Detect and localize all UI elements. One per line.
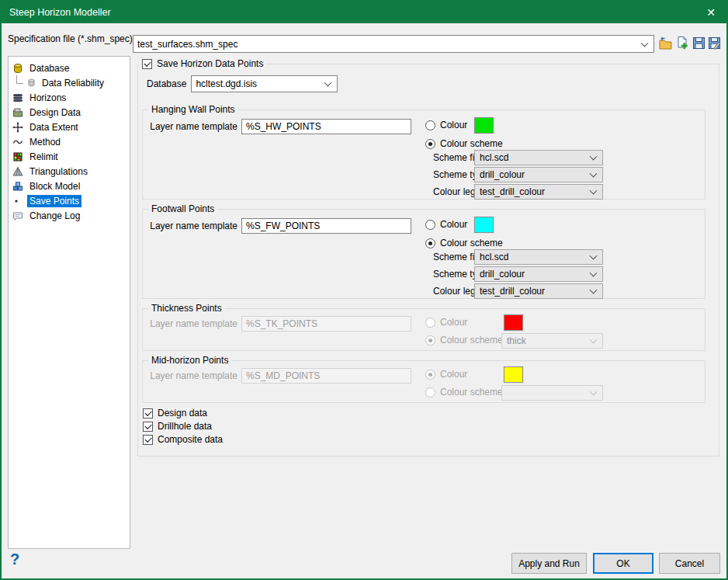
colour-scheme-radio[interactable]: Colour scheme <box>425 138 503 149</box>
radio-icon[interactable] <box>425 220 435 230</box>
change-log-icon <box>12 210 23 221</box>
chevron-down-icon <box>590 153 598 161</box>
radio-icon <box>425 318 435 328</box>
chevron-down-icon <box>590 187 598 195</box>
colour-swatch[interactable] <box>474 217 494 233</box>
design-data-icon <box>12 107 23 118</box>
spec-file-value: test_surfaces.shm_spec <box>137 39 237 50</box>
sidebar-item-horizons[interactable]: Horizons <box>9 90 130 105</box>
colour-radio[interactable]: Colour <box>425 120 467 130</box>
layer-name-template-input[interactable]: %S_FW_POINTS <box>241 218 411 234</box>
radio-icon <box>425 370 435 380</box>
checkbox-icon[interactable] <box>143 408 153 419</box>
database-combobox[interactable]: hcltest.dgd.isis <box>191 75 338 92</box>
sidebar-item-change-log[interactable]: Change Log <box>9 208 130 223</box>
horizons-icon <box>12 92 23 103</box>
drillhole-data-checkbox[interactable]: Drillhole data <box>140 421 215 432</box>
new-file-icon[interactable] <box>675 36 690 50</box>
colour-scheme-radio[interactable]: Colour scheme <box>425 238 503 248</box>
scheme-file-combobox[interactable]: hcl.scd <box>474 249 603 265</box>
radio-icon[interactable] <box>425 238 435 248</box>
checkbox-icon[interactable] <box>143 422 153 432</box>
scheme-type-combobox[interactable]: drill_colour <box>474 167 603 182</box>
colour-swatch <box>504 314 523 331</box>
chevron-down-icon <box>590 287 598 294</box>
relimit-icon <box>12 151 23 162</box>
radio-icon <box>425 387 435 398</box>
scheme-type-combobox[interactable]: drill_colour <box>474 266 603 282</box>
title-bar[interactable]: Steep Horizon Modeller ✕ <box>2 2 726 23</box>
layer-name-template-input[interactable]: %S_HW_POINTS <box>241 119 411 134</box>
colour-legend-combobox[interactable]: test_drill_colour <box>474 283 603 299</box>
chevron-down-icon <box>590 269 598 277</box>
apply-and-run-button[interactable]: Apply and Run <box>511 553 587 574</box>
sidebar-item-relimit[interactable]: Relimit <box>9 149 130 164</box>
group-title: Thickness Points <box>148 303 225 314</box>
layer-name-template-label: Layer name template <box>144 318 237 329</box>
database-label: Database <box>147 78 186 89</box>
database-grey-icon <box>27 78 36 87</box>
spec-file-label: Specification file (*.shm_spec) <box>8 25 133 53</box>
help-icon[interactable]: ? <box>10 550 19 568</box>
layer-name-template-input: %S_TK_POINTS <box>241 316 411 332</box>
radio-icon <box>425 335 435 346</box>
radio-icon[interactable] <box>425 139 435 149</box>
composite-data-checkbox[interactable]: Composite data <box>140 434 226 445</box>
sidebar-item-database[interactable]: Database <box>9 61 130 75</box>
layer-name-template-label: Layer name template <box>144 121 237 132</box>
save-as-icon[interactable] <box>707 36 722 50</box>
window-title: Steep Horizon Modeller <box>9 7 111 18</box>
block-model-icon <box>12 181 23 192</box>
close-icon[interactable]: ✕ <box>695 2 726 23</box>
layer-name-template-label: Layer name template <box>144 370 237 381</box>
sidebar-item-triangulations[interactable]: Triangulations <box>9 164 130 179</box>
sidebar-item-data-extent[interactable]: Data Extent <box>9 120 130 134</box>
layer-name-template-label: Layer name template <box>144 221 237 231</box>
group-footwall-points: Footwall Points Layer name template %S_F… <box>142 209 705 299</box>
ok-button[interactable]: OK <box>593 553 653 574</box>
cancel-button[interactable]: Cancel <box>659 553 720 574</box>
sidebar-item-save-points[interactable]: Save Points <box>9 193 130 208</box>
colour-swatch[interactable] <box>474 117 494 134</box>
scheme-file-combobox[interactable]: hcl.scd <box>474 150 603 165</box>
group-thickness-points: Thickness Points Layer name template %S_… <box>142 308 705 351</box>
data-extent-icon <box>12 122 23 133</box>
design-data-checkbox[interactable]: Design data <box>140 408 210 419</box>
chevron-down-icon <box>590 252 598 260</box>
group-title: Mid-horizon Points <box>148 355 231 366</box>
tree-connector <box>16 75 23 84</box>
colour-legend-combobox[interactable]: test_drill_colour <box>474 184 603 200</box>
sidebar-item-block-model[interactable]: Block Model <box>9 179 130 193</box>
spec-file-combobox[interactable]: test_surfaces.shm_spec <box>133 35 654 53</box>
save-horizon-checkbox[interactable]: Save Horizon Data Points <box>139 58 266 69</box>
colour-radio: Colour <box>425 317 467 328</box>
group-mid-horizon-points: Mid-horizon Points Layer name template %… <box>142 360 705 403</box>
save-points-icon <box>12 196 23 207</box>
colour-scheme-combobox <box>501 385 603 401</box>
group-title: Footwall Points <box>148 203 217 214</box>
colour-scheme-combobox: thick <box>501 333 603 349</box>
open-folder-icon[interactable] <box>658 36 673 50</box>
sidebar-item-data-reliability[interactable]: Data Reliability <box>9 75 130 90</box>
group-hanging-wall-points: Hanging Wall Points Layer name template … <box>142 109 705 200</box>
database-row: Database hcltest.dgd.isis <box>147 75 338 92</box>
layer-name-template-input: %S_MD_POINTS <box>241 368 411 384</box>
checkbox-icon[interactable] <box>142 59 152 69</box>
colour-radio: Colour <box>425 369 467 380</box>
database-yellow-icon <box>12 63 23 74</box>
chevron-down-icon <box>590 388 598 396</box>
sidebar-tree: Database Data Reliability Horizons Desig… <box>8 56 130 549</box>
chevron-down-icon <box>324 79 332 87</box>
sidebar-item-method[interactable]: Method <box>9 134 130 149</box>
triangulations-icon <box>12 166 23 177</box>
group-title: Hanging Wall Points <box>148 104 238 115</box>
save-icon[interactable] <box>692 36 706 50</box>
radio-icon[interactable] <box>425 120 435 130</box>
method-icon <box>12 137 23 148</box>
colour-swatch <box>504 366 523 383</box>
chevron-down-icon <box>590 170 598 178</box>
colour-radio[interactable]: Colour <box>425 219 467 230</box>
colour-scheme-radio: Colour scheme <box>425 335 503 346</box>
sidebar-item-design-data[interactable]: Design Data <box>9 105 130 120</box>
checkbox-icon[interactable] <box>143 435 153 445</box>
